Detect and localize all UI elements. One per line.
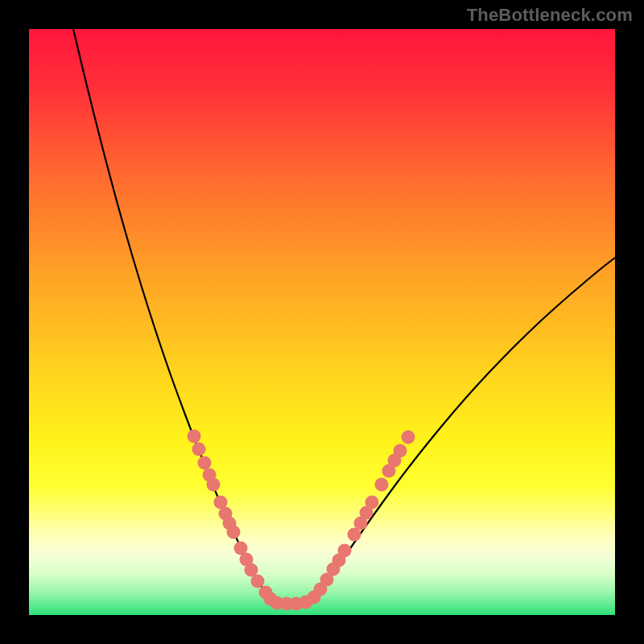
- marker-dot: [192, 443, 206, 456]
- marker-dot: [198, 456, 212, 470]
- plot-area: [29, 29, 615, 615]
- curve-layer: [29, 29, 615, 615]
- marker-dot: [227, 526, 241, 539]
- marker-dot: [207, 478, 221, 492]
- marker-dot: [188, 430, 201, 444]
- watermark-text: TheBottleneck.com: [467, 5, 633, 26]
- marker-dot: [251, 575, 265, 588]
- marker-dot: [402, 431, 415, 444]
- marker-dot: [375, 478, 389, 492]
- marker-dots: [188, 430, 415, 611]
- marker-dot: [338, 544, 352, 558]
- marker-dot: [365, 496, 379, 510]
- right-curve: [311, 258, 615, 602]
- marker-dot: [394, 444, 407, 458]
- chart-container: TheBottleneck.com: [0, 0, 644, 644]
- left-curve: [73, 29, 270, 602]
